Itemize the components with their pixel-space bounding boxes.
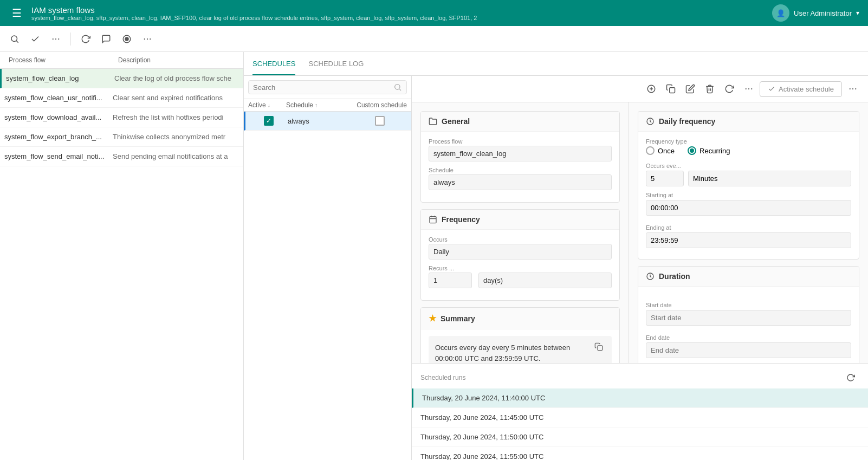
frequency-type-row: Once Recurring <box>646 146 851 155</box>
daily-frequency-body: Frequency type Once Recurring <box>638 132 859 259</box>
frequency-title: Frequency <box>442 215 480 224</box>
occurs-every-unit: Minutes <box>688 171 851 186</box>
frequency-type-label: Frequency type <box>646 138 851 145</box>
col-header-description[interactable]: Description <box>114 54 239 66</box>
once-radio-option[interactable]: Once <box>646 146 675 155</box>
more-schedule-button[interactable] <box>740 80 757 98</box>
schedule-custom-cell <box>353 116 407 126</box>
search-icon <box>393 83 402 92</box>
search-button[interactable] <box>7 31 23 47</box>
copy-summary-button[interactable] <box>592 342 605 353</box>
svg-rect-26 <box>598 346 603 351</box>
occurs-label: Occurs <box>429 236 612 243</box>
process-row[interactable]: system_flow_download_avail... Refresh th… <box>0 108 243 127</box>
delete-schedule-button[interactable] <box>701 80 718 98</box>
col-header-process-flow[interactable]: Process flow <box>4 54 113 66</box>
more-button[interactable] <box>48 31 64 47</box>
end-date-input[interactable] <box>646 342 851 358</box>
toolbar-divider-1 <box>70 33 71 46</box>
schedule-field: Schedule always <box>429 167 612 190</box>
recurring-radio-option[interactable]: Recurring <box>688 146 730 155</box>
col-header-schedule[interactable]: Schedule ↑ <box>286 101 353 109</box>
clock-icon <box>646 117 655 126</box>
process-flow-header: Process flow Description <box>0 52 243 69</box>
svg-line-11 <box>399 89 401 90</box>
process-row[interactable]: system_flow_export_branch_... Thinkwise … <box>0 127 243 147</box>
refresh-runs-button[interactable] <box>842 369 859 386</box>
start-date-label: Start date <box>646 302 851 308</box>
starting-at-input[interactable] <box>646 200 851 216</box>
run-row[interactable]: Thursday, 20 June 2024, 11:45:00 UTC <box>412 408 868 427</box>
schedule-row[interactable]: ✓ always <box>244 112 411 131</box>
run-row[interactable]: Thursday, 20 June 2024, 11:55:00 UTC <box>412 447 868 460</box>
menu-icon[interactable]: ☰ <box>9 3 25 23</box>
occurs-every-row: Minutes <box>646 171 851 186</box>
check-button[interactable] <box>27 31 43 47</box>
tab-schedules[interactable]: SCHEDULES <box>252 53 295 75</box>
occurs-value: Daily <box>429 244 612 260</box>
process-row[interactable]: system_flow_send_email_noti... Send pend… <box>0 147 243 166</box>
run-row[interactable]: Thursday, 20 June 2024, 11:50:00 UTC <box>412 427 868 447</box>
general-title: General <box>442 117 470 126</box>
start-date-input[interactable] <box>646 310 851 326</box>
ending-at-input[interactable] <box>646 232 851 248</box>
avatar[interactable]: 👤 <box>772 4 789 22</box>
duration-section-header: Duration <box>638 267 859 287</box>
once-radio[interactable] <box>646 146 655 155</box>
process-flow-desc: Refresh the list with hotfixes periodi <box>113 113 239 121</box>
process-flow-field: Process flow system_flow_clean_log <box>429 138 612 161</box>
recurring-radio[interactable] <box>688 146 696 155</box>
recurring-label: Recurring <box>699 147 730 155</box>
refresh-schedule-button[interactable] <box>721 80 738 98</box>
tab-schedule-log[interactable]: SCHEDULE LOG <box>308 53 364 75</box>
detail-right: Daily frequency Frequency type Once <box>629 102 868 363</box>
active-checkbox[interactable]: ✓ <box>264 116 274 126</box>
chevron-down-icon[interactable]: ▾ <box>856 9 859 17</box>
process-flow-desc: Clear the log of old process flow sche <box>114 74 239 82</box>
user-label: User Administrator <box>794 9 852 17</box>
col-header-custom-schedule[interactable]: Custom schedule <box>353 101 407 109</box>
occurs-every-input[interactable] <box>646 171 684 186</box>
svg-rect-15 <box>670 88 675 93</box>
frequency-section-body: Occurs Daily Recurs ... 1 day(s) <box>421 230 619 300</box>
activate-schedule-button[interactable]: Activate schedule <box>760 81 842 97</box>
process-flow-name: system_flow_download_avail... <box>4 113 113 121</box>
schedule-label: Schedule <box>429 167 612 173</box>
comment-button[interactable] <box>98 31 114 47</box>
more2-button[interactable] <box>139 31 156 47</box>
process-row[interactable]: system_flow_clean_log Clear the log of o… <box>0 69 243 88</box>
app-title: IAM system flows <box>31 5 477 15</box>
schedule-value: always <box>429 174 612 190</box>
scheduled-runs-panel: Scheduled runs Thursday, 20 June 2024, 1… <box>412 363 868 460</box>
refresh-button[interactable] <box>77 31 94 47</box>
copy-schedule-button[interactable] <box>662 80 679 98</box>
frequency-section: Frequency Occurs Daily Recurs ... <box>420 209 620 301</box>
recurs-unit: day(s) <box>478 273 612 288</box>
record-button[interactable] <box>119 31 135 47</box>
schedule-toolbar: Activate schedule <box>412 76 868 102</box>
svg-point-10 <box>395 85 400 89</box>
check-icon <box>768 85 775 93</box>
svg-point-8 <box>147 38 148 39</box>
search-input-wrap[interactable] <box>248 80 407 94</box>
recurs-inline: 1 day(s) <box>429 273 612 288</box>
process-flow-desc: Send pending email notifications at a <box>113 152 239 160</box>
more3-button[interactable] <box>844 80 861 98</box>
search-input[interactable] <box>253 83 390 92</box>
custom-schedule-checkbox[interactable] <box>375 116 385 126</box>
schedules-area: Active ↓ Schedule ↑ Custom schedule ✓ <box>244 76 868 460</box>
summary-text: Occurs every day every 5 minutes between… <box>435 342 592 363</box>
add-schedule-button[interactable] <box>643 80 660 98</box>
svg-point-20 <box>852 88 853 89</box>
schedule-list-column: Active ↓ Schedule ↑ Custom schedule ✓ <box>244 76 412 460</box>
detail-panel: Activate schedule General <box>412 76 868 460</box>
daily-frequency-header: Daily frequency <box>638 112 859 132</box>
schedule-rows: ✓ always <box>244 112 411 460</box>
duration-icon <box>646 272 655 281</box>
user-icon: 👤 <box>776 9 785 17</box>
duration-section-body: Start date End date <box>638 291 859 363</box>
run-row[interactable]: Thursday, 20 June 2024, 11:40:00 UTC <box>412 388 868 408</box>
col-header-active[interactable]: Active ↓ <box>248 101 286 109</box>
process-row[interactable]: system_flow_clean_usr_notifi... Clear se… <box>0 88 243 108</box>
edit-schedule-button[interactable] <box>682 80 699 98</box>
